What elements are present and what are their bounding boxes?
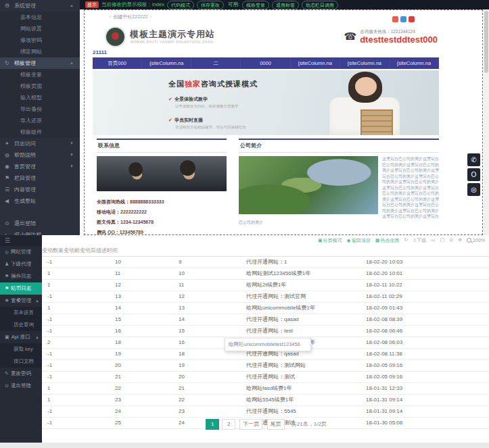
sidebar-item[interactable]: 输入模型 — [0, 92, 80, 103]
next-icon[interactable]: › — [150, 14, 152, 19]
nav-item[interactable]: 0000 — [241, 57, 290, 69]
sidebar-item-label: 退出登陆 — [11, 382, 31, 389]
list-icon: ☰ — [5, 184, 9, 195]
chevron-icon: ▲ — [70, 0, 74, 11]
site-header: 模板主题演示专用站 MOBAN ZHUTI YANSHI ZHUANYONG Z… — [93, 25, 439, 52]
sidebar-item[interactable]: 模板组件 — [0, 126, 80, 138]
cell-before: 18 — [115, 337, 179, 348]
cell-time: 18-02-08 06:03 — [366, 337, 489, 348]
sidebar-item-api[interactable]: ▣Api 接口▲ — [0, 331, 42, 343]
sidebar-item-label: 系统管理 — [14, 3, 36, 9]
sidebar-item-package[interactable]: ❖套餐管理▲ — [0, 295, 42, 307]
sidebar-item[interactable]: ◍ 帮助说明 ▼ — [0, 149, 80, 161]
tag-button[interactable]: 通用标签 — [272, 1, 299, 9]
sidebar-item-system[interactable]: ⚙ 系统管理 ▲ — [0, 0, 80, 11]
sidebar-item[interactable]: 模板页面 — [0, 80, 80, 92]
toolbar-gray-item[interactable]: ↻ — [404, 237, 408, 244]
sidebar-item-label: 首页管理 — [14, 164, 36, 170]
sidebar-item[interactable]: ◉ 首页管理 ▼ — [0, 161, 80, 172]
nav-item[interactable]: 首页000 — [93, 57, 142, 69]
toolbar-green-item[interactable]: ▦热点使用 — [375, 237, 400, 244]
sidebar-item[interactable]: 绑定网站 — [0, 46, 80, 57]
editor-button[interactable]: 代码模式 — [167, 1, 194, 9]
sidebar-item[interactable]: 获取 key — [0, 343, 42, 355]
hero-banner: 全国独家咨询式授课模式 ✔全景体验式教学 以学员吸收为目的，因材施教分层教学 ✔… — [93, 70, 439, 135]
toolbar-gray-item[interactable]: ⇩下载 — [413, 237, 426, 244]
sidebar-item-label: Api 接口 — [11, 334, 30, 340]
nav-item[interactable]: {siteColumn.na — [340, 57, 390, 69]
preview-scrollbar[interactable] — [484, 9, 489, 235]
sidebar-item[interactable]: 导入还原 — [0, 115, 80, 126]
toolbar-green-item[interactable]: ▣分页模式 — [318, 237, 342, 244]
qq-button[interactable]: O — [467, 168, 480, 181]
editor-button[interactable]: 保存更改 — [197, 1, 224, 9]
banner-points: ✔全景体验式教学 以学员吸收为目的，因材施教分层教学 ✔学员实时直播 资深顾问全… — [168, 91, 246, 135]
nav-item[interactable]: 二 — [191, 57, 241, 69]
page-button[interactable]: 2 — [222, 419, 235, 430]
sidebar-item-label: 模板组件 — [20, 129, 42, 135]
sidebar-item[interactable]: 修改密码 — [0, 34, 80, 46]
site-logo — [105, 26, 126, 47]
target-icon: ◉ — [347, 238, 351, 243]
sidebar-item-coin-log[interactable]: ⚑站币日志 — [0, 282, 42, 295]
chevron-icon: ▲ — [70, 57, 74, 69]
sidebar-item[interactable]: 网站设置 — [0, 23, 80, 34]
table-header-cell: 变动数量 — [42, 245, 64, 256]
sidebar-item-sub-agents[interactable]: ♟下级代理 — [0, 258, 42, 270]
toolbar-gray-item[interactable]: ▭ — [431, 237, 436, 244]
sidebar-item-label: 输入模型 — [20, 95, 42, 101]
code-link[interactable]: 21111 — [93, 49, 107, 55]
sidebar-item[interactable]: ✦ 日志访问 ▼ — [0, 138, 80, 149]
cell-desc: 代理开通网站：测试官网 — [246, 291, 366, 302]
sidebar-item[interactable]: ‹ 缩小侧边栏 — [0, 229, 80, 235]
site-navbar: 首页000{siteColumn.na二0000{siteColumn.na{s… — [93, 57, 439, 69]
cell-qty: 1 — [42, 383, 115, 394]
favorite-icon[interactable] — [409, 16, 415, 22]
tag-button[interactable]: 动态栏目调用 — [302, 1, 338, 9]
page-button[interactable]: 1 — [206, 419, 219, 430]
sidebar-item-change-password[interactable]: ✎更改密码 — [0, 368, 42, 380]
sidebar-item[interactable]: 基本信息 — [0, 11, 80, 23]
table-row: -1 20 19 代理开通网站：测试网站 18-02-05 09:16 — [42, 360, 489, 372]
contact-section: 联系信息 全国咨询热线：8888888333333移动电话：2222222222… — [97, 139, 227, 235]
sidebar-item[interactable]: ⊙ 退出登陆 — [0, 218, 80, 229]
sidebar-item[interactable]: 接口文档 — [0, 355, 42, 368]
sidebar-item-template[interactable]: ↻ 模板管理 ▲ — [0, 57, 80, 69]
sidebar-item[interactable]: 历史查询 — [0, 319, 42, 331]
nav-item[interactable]: {siteColumn.na — [142, 57, 191, 69]
cell-before: 13 — [115, 291, 179, 302]
last-page-button[interactable]: 尾页 — [267, 419, 285, 430]
nav-item[interactable]: {siteColumn.na — [291, 57, 340, 69]
sidebar-item[interactable]: 基本设置 — [0, 307, 42, 319]
cell-time: 18-01-31 09:14 — [366, 406, 489, 417]
tag-button[interactable]: 模板变量 — [242, 1, 269, 9]
phone-button[interactable]: ✆ — [467, 153, 480, 166]
toolbar-gray-item[interactable]: ⊕ — [458, 237, 462, 244]
next-page-button[interactable]: 下一页 — [239, 419, 262, 430]
scrollbar-thumb[interactable] — [484, 11, 488, 73]
menu-toggle[interactable]: ☰ — [0, 235, 42, 246]
qq-icon: O — [471, 171, 477, 178]
sidebar-item-site-manage[interactable]: ◎网站管理 — [0, 246, 42, 258]
toolbar-gray-item[interactable]: ▢ — [440, 237, 445, 244]
qq-icon[interactable] — [400, 16, 406, 22]
chat-button[interactable]: ◎ — [467, 183, 480, 196]
cell-before: 22 — [115, 383, 179, 394]
sidebar-item-label: 退出登陆 — [14, 220, 36, 226]
sidebar-item[interactable]: 模板变量 — [0, 69, 80, 80]
nav-item[interactable]: {siteColumn.na — [390, 57, 439, 69]
sidebar-item[interactable]: ☰ 内容管理 — [0, 184, 80, 195]
toolbar-gray-item[interactable]: ⊙ — [449, 237, 453, 244]
weibo-icon[interactable] — [392, 16, 398, 22]
prev-icon[interactable]: ‹ — [110, 14, 111, 19]
sidebar-item[interactable]: ⚑ 栏目管理 — [0, 172, 80, 184]
sidebar-item-op-log[interactable]: ⚑操作日志 — [0, 270, 42, 282]
sidebar-item-logout[interactable]: ⊙退出登陆 — [0, 380, 42, 392]
sidebar-item[interactable]: ◀ 生成整站 — [0, 195, 80, 207]
magnifier-icon[interactable] — [467, 238, 471, 243]
toolbar-green-item[interactable]: ◉返回顶部 — [347, 237, 371, 244]
table-row: -1 15 14 代理开通网站：qasad 18-02-08 08:39 — [42, 314, 489, 326]
notice-chip: 提示 — [85, 1, 99, 8]
sidebar-item[interactable]: 导出备份 — [0, 103, 80, 115]
power-icon: ⊙ — [5, 218, 9, 229]
